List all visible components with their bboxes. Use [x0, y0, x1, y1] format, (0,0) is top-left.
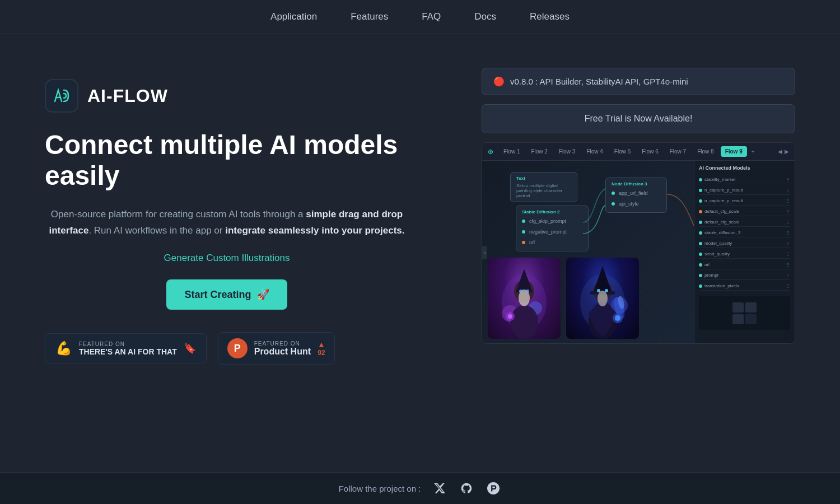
svg-rect-0: [50, 85, 73, 107]
twitter-link[interactable]: [432, 480, 447, 496]
desc-bold2: integrate seamlessly into your projects.: [225, 225, 404, 236]
ss-field-10: prompt ⋮: [699, 271, 790, 280]
free-trial-button[interactable]: Free Trial is Now Available!: [482, 104, 795, 133]
x-twitter-icon: [433, 482, 446, 494]
wizard-image-2: [566, 258, 639, 339]
ss-field-5: default_cfg_scale ⋮: [699, 218, 790, 227]
ph-arrow-icon: ▲: [318, 340, 325, 349]
generated-images: [488, 258, 639, 339]
svg-point-8: [519, 290, 522, 293]
wizard-image-1: [488, 258, 561, 339]
version-text: v0.8.0 : API Builder, StabilityAI API, G…: [510, 77, 688, 86]
nav-docs[interactable]: Docs: [474, 11, 496, 22]
screenshot-nodes: Text Setup multiple digital painting sty…: [482, 161, 694, 343]
start-btn-label: Start Creating: [184, 289, 251, 301]
ph-featured-label: FEATURED ON: [254, 340, 311, 347]
ph-letter: P: [234, 343, 241, 354]
ss-controls: ◀ ▶: [778, 148, 789, 155]
screenshot-canvas: Text Setup multiple digital painting sty…: [482, 161, 795, 343]
ss-tab-1: Flow 1: [499, 146, 524, 157]
desc-part1: Open-source platform for creating custom…: [51, 209, 306, 220]
ss-tab-6: Flow 6: [637, 146, 662, 157]
ss-field-7: model_quality ⋮: [699, 239, 790, 248]
hero-right: 🔴 v0.8.0 : API Builder, StabilityAI API,…: [482, 68, 795, 344]
ss-thumbnail: [699, 296, 790, 330]
follow-text: Follow the project on :: [339, 484, 421, 493]
ss-node-2: Stable Diffusion 2 cfg_skip_prompt negat…: [516, 206, 589, 251]
rocket-icon: 🚀: [257, 288, 269, 301]
bookmark-icon: 🔖: [184, 342, 196, 354]
svg-point-24: [615, 315, 620, 321]
muscle-icon: 💪: [55, 340, 72, 356]
ss-field-2: n_capture_p_result ⋮: [699, 186, 790, 195]
badges-row: 💪 FEATURED ON THERE'S AN AI FOR THAT 🔖 P…: [45, 332, 409, 365]
svg-point-18: [598, 291, 608, 306]
github-icon: [460, 482, 473, 494]
screenshot-right-panel: AI Connected Models stability_marker ⋮ n…: [694, 161, 795, 343]
svg-point-20: [605, 289, 608, 292]
app-name: AI-FLOW: [87, 86, 168, 106]
ss-node-3: Node Diffusion 3 app_url_field api_style: [605, 178, 667, 213]
ss-field-9: url ⋮: [699, 260, 790, 269]
nav-application[interactable]: Application: [270, 11, 317, 22]
ph-vote-count: 92: [318, 349, 325, 357]
hero-section: AI-FLOW Connect multiple AI models easil…: [0, 34, 840, 387]
ss-field-8: send_quality ⋮: [699, 250, 790, 259]
wizard1-svg: [488, 258, 561, 339]
github-link[interactable]: [459, 480, 474, 496]
desc-part2: . Run AI workflows in the app or: [88, 225, 225, 236]
ph-info: FEATURED ON Product Hunt: [254, 340, 311, 357]
start-creating-button[interactable]: Start Creating 🚀: [166, 279, 287, 310]
nav-releases[interactable]: Releases: [530, 11, 570, 22]
ss-field-1: stability_marker ⋮: [699, 175, 790, 184]
ph-name: Product Hunt: [254, 347, 311, 357]
hero-left: AI-FLOW Connect multiple AI models easil…: [45, 68, 409, 365]
ss-ctrl-2: ▶: [785, 148, 789, 155]
logo-row: AI-FLOW: [45, 79, 409, 113]
nav-faq[interactable]: FAQ: [422, 11, 441, 22]
ss-field-3: n_capture_p_result ⋮: [699, 197, 790, 206]
aiforthat-badge[interactable]: 💪 FEATURED ON THERE'S AN AI FOR THAT 🔖: [45, 333, 207, 363]
ph-logo-circle: P: [227, 338, 248, 358]
app-logo: [45, 79, 78, 113]
ss-node-1: Text Setup multiple digital painting sty…: [510, 172, 577, 202]
ss-tab-3: Flow 3: [554, 146, 580, 157]
ss-tab-4: Flow 4: [582, 146, 607, 157]
producthunt-badge[interactable]: P FEATURED ON Product Hunt ▲ 92: [218, 332, 335, 365]
ss-field-11: translation_pixels ⋮: [699, 282, 790, 291]
producthunt-icon: [487, 482, 500, 494]
generate-illustrations-link[interactable]: Generate Custom Illustrations: [45, 253, 409, 264]
svg-point-11: [508, 314, 512, 319]
ss-field-4: default_cfg_scale ⋮: [699, 207, 790, 216]
screenshot-tabs: ⊕ Flow 1 Flow 2 Flow 3 Flow 4 Flow 5 Flo…: [482, 143, 795, 161]
screenshot-inner: ⊕ Flow 1 Flow 2 Flow 3 Flow 4 Flow 5 Flo…: [482, 143, 795, 343]
aiforthat-name: THERE'S AN AI FOR THAT: [79, 347, 177, 356]
ss-chevron-toggle: ›: [482, 246, 487, 259]
ss-field-6: stable_diffusion_3 ⋮: [699, 228, 790, 237]
ss-panel-title: AI Connected Models: [699, 165, 790, 171]
ss-tab-2: Flow 2: [526, 146, 552, 157]
ss-tab-8: Flow 8: [693, 146, 718, 157]
main-nav: Application Features FAQ Docs Releases: [0, 0, 840, 34]
ss-tab-9: Flow 9: [721, 146, 747, 157]
version-badge[interactable]: 🔴 v0.8.0 : API Builder, StabilityAI API,…: [482, 68, 795, 95]
svg-point-4: [510, 305, 538, 339]
ss-ctrl-1: ◀: [778, 148, 782, 155]
ph-votes: ▲ 92: [318, 340, 325, 357]
ss-logo: ⊕: [488, 148, 493, 156]
ss-tab-5: Flow 5: [610, 146, 635, 157]
footer: Follow the project on :: [0, 472, 840, 504]
app-screenshot: ⊕ Flow 1 Flow 2 Flow 3 Flow 4 Flow 5 Flo…: [482, 142, 795, 344]
producthunt-link[interactable]: [486, 480, 501, 496]
logo-icon: [50, 85, 73, 107]
version-icon: 🔴: [493, 76, 505, 87]
aiforthat-text: FEATURED ON THERE'S AN AI FOR THAT: [79, 341, 177, 356]
wizard2-svg: [566, 258, 639, 339]
svg-point-9: [526, 290, 529, 293]
ss-tab-7: Flow 7: [665, 146, 690, 157]
aiforthat-featured-label: FEATURED ON: [79, 341, 177, 347]
svg-point-19: [597, 289, 600, 292]
nav-features[interactable]: Features: [351, 11, 388, 22]
hero-headline: Connect multiple AI models easily: [45, 129, 409, 191]
hero-description: Open-source platform for creating custom…: [45, 207, 409, 239]
